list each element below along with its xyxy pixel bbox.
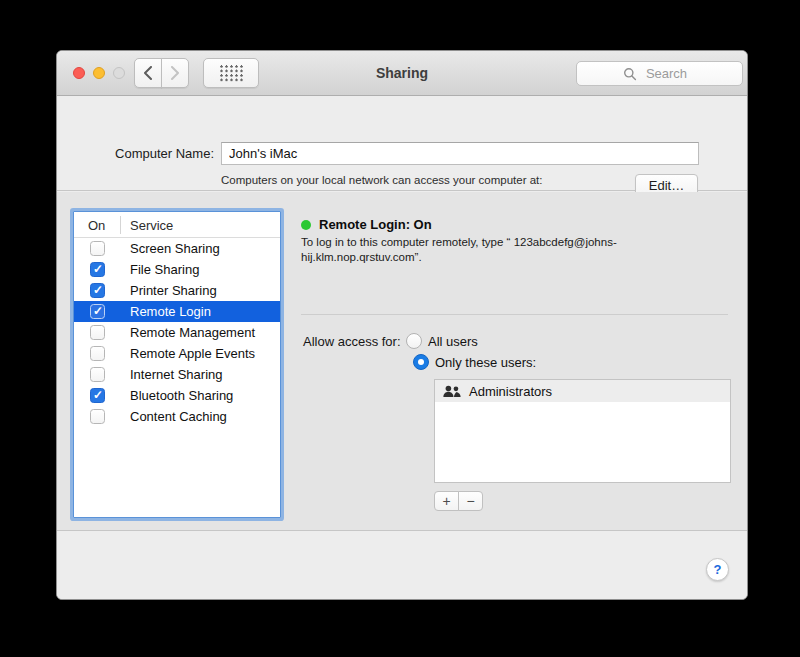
- service-row-content-caching[interactable]: Content Caching: [74, 406, 280, 427]
- search-field[interactable]: [576, 61, 743, 86]
- add-user-button[interactable]: +: [434, 491, 459, 511]
- allow-access-label: Allow access for:: [303, 334, 401, 349]
- status-indicator-icon: [301, 220, 311, 230]
- radio-all-users[interactable]: [406, 333, 422, 349]
- checkbox-bluetooth-sharing[interactable]: [90, 388, 105, 403]
- nav-segmented-control: [134, 58, 189, 88]
- user-list-item-administrators[interactable]: Administrators: [435, 380, 730, 402]
- service-label: File Sharing: [130, 262, 199, 277]
- service-row-remote-apple-events[interactable]: Remote Apple Events: [74, 343, 280, 364]
- add-remove-button-group: + −: [434, 491, 483, 511]
- service-label: Internet Sharing: [130, 367, 223, 382]
- checkbox-internet-sharing[interactable]: [90, 367, 105, 382]
- radio-all-users-label: All users: [428, 334, 478, 349]
- service-label: Content Caching: [130, 409, 227, 424]
- radio-only-these-users[interactable]: [413, 354, 429, 370]
- close-button[interactable]: [73, 67, 85, 79]
- search-input[interactable]: [577, 62, 742, 85]
- column-header-service: Service: [130, 218, 173, 233]
- services-list: On Service Screen Sharing File Sharing P…: [73, 211, 281, 518]
- checkbox-remote-apple-events[interactable]: [90, 346, 105, 361]
- radio-row-only-these-users[interactable]: Only these users:: [413, 353, 536, 371]
- service-label: Printer Sharing: [130, 283, 217, 298]
- service-label: Screen Sharing: [130, 241, 220, 256]
- show-all-button[interactable]: [203, 58, 259, 88]
- forward-button[interactable]: [161, 58, 189, 88]
- grid-icon: [220, 65, 243, 82]
- service-row-file-sharing[interactable]: File Sharing: [74, 259, 280, 280]
- back-button[interactable]: [134, 58, 162, 88]
- status-description: To log in to this computer remotely, typ…: [301, 235, 657, 265]
- service-row-internet-sharing[interactable]: Internet Sharing: [74, 364, 280, 385]
- service-label: Remote Apple Events: [130, 346, 255, 361]
- screen-background: Sharing Computer Name: Computers on your…: [0, 0, 800, 657]
- service-row-remote-login[interactable]: Remote Login: [74, 301, 280, 322]
- service-label: Bluetooth Sharing: [130, 388, 233, 403]
- sharing-preferences-window: Sharing Computer Name: Computers on your…: [56, 50, 748, 600]
- caption-line-1: Computers on your local network can acce…: [221, 173, 543, 189]
- allowed-users-list[interactable]: Administrators: [434, 379, 731, 483]
- traffic-lights: [73, 67, 125, 79]
- help-button[interactable]: ?: [706, 558, 729, 581]
- computer-name-input[interactable]: [221, 142, 699, 165]
- column-divider: [120, 216, 121, 234]
- checkbox-printer-sharing[interactable]: [90, 283, 105, 298]
- minimize-button[interactable]: [93, 67, 105, 79]
- service-row-bluetooth-sharing[interactable]: Bluetooth Sharing: [74, 385, 280, 406]
- service-row-screen-sharing[interactable]: Screen Sharing: [74, 238, 280, 259]
- bottom-strip: [57, 530, 747, 600]
- service-label: Remote Management: [130, 325, 255, 340]
- radio-only-these-users-label: Only these users:: [435, 355, 536, 370]
- checkbox-file-sharing[interactable]: [90, 262, 105, 277]
- search-icon: [623, 67, 637, 81]
- group-users-icon: [443, 385, 461, 398]
- column-header-on: On: [88, 218, 105, 233]
- zoom-button[interactable]: [113, 67, 125, 79]
- services-header: On Service: [74, 212, 280, 238]
- checkbox-remote-login[interactable]: [90, 304, 105, 319]
- computer-name-section: Computer Name: Computers on your local n…: [57, 96, 747, 191]
- chevron-left-icon: [143, 66, 153, 80]
- radio-row-all-users[interactable]: All users: [406, 332, 478, 350]
- checkbox-screen-sharing[interactable]: [90, 241, 105, 256]
- service-label: Remote Login: [130, 304, 211, 319]
- chevron-right-icon: [170, 66, 180, 80]
- checkbox-remote-management[interactable]: [90, 325, 105, 340]
- status-title: Remote Login: On: [319, 217, 432, 232]
- title-bar: Sharing: [57, 51, 747, 96]
- horizontal-separator: [301, 314, 728, 315]
- checkbox-content-caching[interactable]: [90, 409, 105, 424]
- service-row-printer-sharing[interactable]: Printer Sharing: [74, 280, 280, 301]
- remove-user-button[interactable]: −: [458, 491, 483, 511]
- computer-name-label: Computer Name:: [57, 146, 214, 161]
- user-name: Administrators: [469, 384, 552, 399]
- service-row-remote-management[interactable]: Remote Management: [74, 322, 280, 343]
